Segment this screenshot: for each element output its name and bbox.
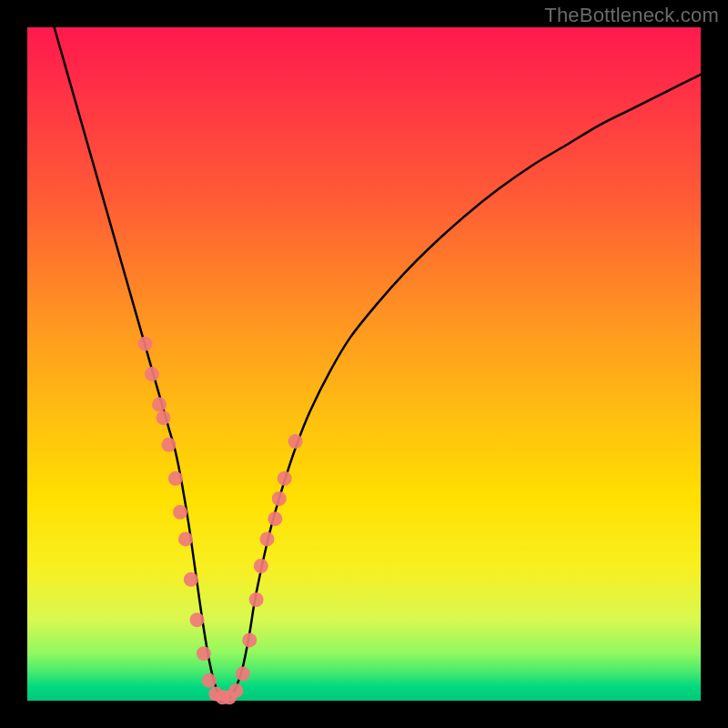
data-point [161,438,176,452]
chart-svg [27,27,701,701]
data-point [184,572,198,587]
marker-layer [138,337,303,705]
data-point [254,559,268,573]
data-point [145,367,159,381]
watermark-text: TheBottleneck.com [544,4,719,27]
data-point [228,683,243,698]
plot-area [27,27,701,701]
data-point [278,471,292,486]
data-point [156,410,170,425]
data-point [272,491,287,506]
data-point [268,511,282,526]
bottleneck-curve [55,27,701,699]
chart-frame: TheBottleneck.com [0,0,728,728]
data-point [152,397,167,411]
data-point [168,471,183,486]
data-point [259,531,274,546]
data-point [173,505,187,520]
data-point [202,673,217,688]
data-point [288,434,303,449]
data-point [236,666,250,681]
data-point [189,612,204,627]
data-point [249,592,264,607]
data-point [197,646,211,661]
curve-layer [55,27,701,699]
data-point [242,632,257,647]
data-point [178,531,193,546]
data-point [138,337,153,351]
